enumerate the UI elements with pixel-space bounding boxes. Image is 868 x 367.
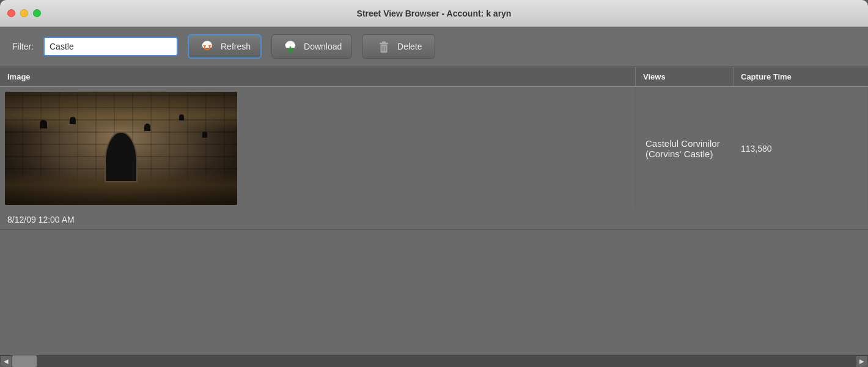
table-container: Image Views Capture Time xyxy=(0,67,868,355)
refresh-icon xyxy=(199,38,216,55)
title-bar: Street View Browser - Account: k aryn xyxy=(0,0,868,27)
table-body: Castelul Corvinilor (Corvins' Castle) 11… xyxy=(0,87,868,355)
filter-label: Filter: xyxy=(12,42,34,51)
close-button[interactable] xyxy=(7,9,15,17)
refresh-button[interactable]: Refresh xyxy=(188,34,262,59)
capture-time-cell: 8/12/09 12:00 AM xyxy=(0,210,636,229)
image-name: Castelul Corvinilor (Corvins' Castle) xyxy=(636,87,734,210)
download-icon xyxy=(282,38,299,55)
scroll-thumb[interactable] xyxy=(12,355,37,367)
col-header-image: Image xyxy=(0,67,636,86)
scroll-left-button[interactable]: ◀ xyxy=(0,355,12,368)
delete-label: Delete xyxy=(397,42,422,51)
table-row[interactable]: Castelul Corvinilor (Corvins' Castle) 11… xyxy=(0,87,868,230)
svg-rect-10 xyxy=(382,42,386,43)
filter-input[interactable] xyxy=(43,37,178,56)
delete-icon xyxy=(375,38,392,55)
download-label: Download xyxy=(304,42,342,51)
scroll-right-button[interactable]: ▶ xyxy=(856,355,868,368)
col-header-views: Views xyxy=(636,67,734,86)
col-header-capture-time: Capture Time xyxy=(734,67,868,86)
toolbar: Filter: Refresh xyxy=(0,27,868,67)
image-cell xyxy=(0,87,636,210)
table-header: Image Views Capture Time xyxy=(0,67,868,87)
minimize-button[interactable] xyxy=(20,9,28,17)
maximize-button[interactable] xyxy=(33,9,41,17)
traffic-lights xyxy=(7,9,41,17)
refresh-label: Refresh xyxy=(221,42,251,51)
delete-button[interactable]: Delete xyxy=(362,34,435,59)
download-button[interactable]: Download xyxy=(271,34,352,59)
window-title: Street View Browser - Account: k aryn xyxy=(357,9,512,18)
main-window: Street View Browser - Account: k aryn Fi… xyxy=(0,0,868,367)
views-cell: 113,580 xyxy=(734,87,868,210)
scroll-track[interactable] xyxy=(12,355,856,367)
horizontal-scrollbar: ◀ ▶ xyxy=(0,355,868,367)
panorama-thumbnail xyxy=(5,92,237,205)
